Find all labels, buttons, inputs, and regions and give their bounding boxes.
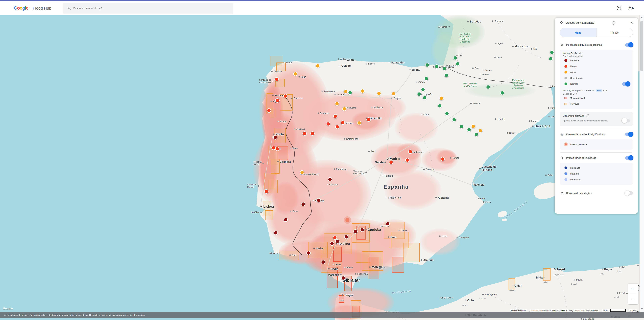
cobertura-info-icon[interactable]: i (586, 114, 589, 117)
panel-info-icon[interactable]: i (612, 21, 615, 25)
flood-gauge-marker-perigo[interactable] (274, 77, 279, 82)
eventos-toggle[interactable] (625, 133, 633, 136)
flood-gauge-marker-extrema[interactable] (360, 228, 364, 232)
probabilidade-toggle[interactable] (625, 156, 633, 160)
flood-gauge-marker-perigo[interactable] (302, 131, 307, 136)
flood-gauge-marker-perigo[interactable] (326, 122, 330, 126)
flood-gauge-marker-normal[interactable] (438, 104, 442, 108)
flood-gauge-marker-normal[interactable] (452, 118, 456, 122)
flood-gauge-marker-perigo[interactable] (440, 157, 445, 161)
flood-gauge-marker-aviso[interactable] (342, 107, 346, 111)
flood-gauge-marker-perigo[interactable] (405, 158, 410, 162)
flood-gauge-marker-aviso[interactable] (478, 129, 482, 133)
flood-gauge-marker-perigo[interactable] (267, 108, 271, 113)
normal-toggle[interactable] (622, 82, 630, 86)
flood-gauge-marker-aviso[interactable] (392, 92, 396, 96)
flood-gauge-marker-perigo[interactable] (283, 94, 288, 98)
tab-mapa[interactable]: Mapa (560, 28, 596, 37)
urban-info-icon[interactable]: i (604, 89, 606, 92)
help-icon[interactable]: ? (617, 6, 621, 10)
flood-gauge-marker-extrema[interactable] (353, 229, 358, 234)
flood-gauge-marker-normal[interactable] (422, 96, 427, 100)
flood-gauge-marker-normal[interactable] (550, 50, 554, 55)
flood-gauge-marker-aviso[interactable] (293, 72, 298, 76)
flood-gauge-marker-normal[interactable] (434, 64, 439, 69)
flood-gauge-marker-extrema[interactable] (321, 260, 325, 264)
flood-gauge-marker-perigo[interactable] (389, 160, 393, 164)
flood-gauge-marker-normal[interactable] (460, 124, 464, 129)
scrollbar-down-arrow[interactable] (641, 308, 643, 309)
flood-gauge-marker-normal[interactable] (500, 91, 504, 95)
flood-gauge-marker-perigo[interactable] (340, 120, 345, 125)
flood-gauge-marker-normal[interactable] (424, 76, 428, 81)
flood-gauge-marker-perigo[interactable] (264, 189, 268, 194)
flood-gauge-marker-extrema[interactable] (341, 276, 346, 280)
tab-hibrido[interactable]: Híbrido (596, 28, 633, 37)
flood-gauge-marker-extrema[interactable] (301, 202, 305, 206)
urban-flash-flood-zone[interactable] (403, 243, 420, 262)
flood-gauge-marker-perigo[interactable] (333, 235, 337, 240)
flood-gauge-marker-normal[interactable] (453, 56, 457, 60)
flood-gauge-marker-normal[interactable] (467, 128, 471, 132)
search-input[interactable] (73, 7, 222, 10)
flood-gauge-marker-normal[interactable] (442, 66, 446, 71)
flood-gauge-marker-extrema[interactable] (330, 241, 334, 246)
flood-gauge-marker-aviso[interactable] (344, 89, 348, 94)
flood-gauge-marker-perigo[interactable] (275, 98, 280, 103)
flood-gauge-marker-extrema[interactable] (306, 251, 311, 255)
flood-gauge-marker-perigo[interactable] (335, 125, 340, 129)
flood-gauge-marker-normal[interactable] (444, 73, 449, 78)
flood-gauge-marker-normal[interactable] (548, 57, 553, 61)
flood-gauge-marker-perigo[interactable] (366, 117, 371, 122)
flood-gauge-marker-aviso[interactable] (357, 121, 361, 125)
urban-flash-flood-zone[interactable] (265, 210, 273, 220)
flood-gauge-marker-aviso[interactable] (360, 89, 365, 93)
page-scrollbar[interactable] (640, 15, 644, 312)
flood-gauge-marker-extrema[interactable] (344, 235, 348, 239)
flood-gauge-marker-normal[interactable] (474, 132, 478, 137)
scrollbar-up-arrow[interactable] (641, 17, 643, 18)
brand[interactable]: Google Flood Hub (14, 6, 51, 11)
flood-gauge-marker-normal[interactable] (417, 92, 421, 96)
flood-gauge-marker-aviso[interactable] (439, 96, 444, 100)
floods-master-toggle[interactable] (625, 43, 633, 47)
cobertura-toggle[interactable] (622, 119, 630, 122)
urban-flash-flood-zone[interactable] (392, 257, 404, 273)
flood-gauge-marker-normal[interactable] (486, 85, 490, 89)
flood-gauge-marker-perigo[interactable] (275, 147, 280, 151)
urban-flash-flood-zone[interactable] (333, 247, 342, 262)
flood-gauge-marker-evento[interactable] (346, 218, 350, 222)
flood-gauge-marker-aviso[interactable] (335, 102, 339, 106)
flood-gauge-marker-normal[interactable] (348, 91, 352, 95)
map-canvas[interactable]: FerrolCarballoSantiago de CompostelaLugo… (0, 15, 644, 320)
flood-gauge-marker-normal[interactable] (456, 62, 460, 66)
flood-gauge-marker-extrema[interactable] (284, 217, 288, 222)
translate-icon[interactable]: 文A (628, 6, 634, 10)
search-box[interactable] (63, 3, 233, 14)
flood-gauge-marker-aviso[interactable] (316, 64, 320, 68)
historico-toggle[interactable] (625, 191, 633, 195)
flood-gauge-marker-aviso[interactable] (300, 170, 304, 175)
urban-flash-flood-zone[interactable] (308, 242, 328, 258)
flood-gauge-marker-perigo[interactable] (333, 114, 338, 118)
flood-gauge-marker-extrema[interactable] (386, 222, 390, 226)
panel-close-icon[interactable]: ✕ (630, 21, 633, 25)
flood-gauge-marker-normal[interactable] (425, 63, 429, 67)
flood-gauge-marker-extrema[interactable] (274, 231, 278, 235)
scrollbar-thumb[interactable] (640, 21, 643, 71)
flood-gauge-marker-extrema[interactable] (316, 198, 321, 202)
flood-gauge-marker-extrema[interactable] (273, 135, 278, 140)
flood-gauge-marker-aviso[interactable] (471, 124, 476, 129)
zoom-out-button[interactable]: − (628, 294, 638, 304)
flood-gauge-marker-aviso[interactable] (377, 91, 381, 96)
flood-gauge-marker-perigo[interactable] (408, 150, 412, 154)
flood-gauge-marker-normal[interactable] (421, 87, 425, 92)
zoom-in-button[interactable]: + (628, 283, 638, 294)
terms-link[interactable]: Termos (629, 309, 637, 312)
flood-gauge-marker-extrema[interactable] (328, 177, 332, 182)
flood-gauge-marker-perigo[interactable] (310, 131, 315, 136)
urban-flash-flood-zone[interactable] (268, 180, 278, 193)
flood-gauge-marker-normal[interactable] (445, 111, 449, 116)
keyboard-shortcuts-link[interactable]: Atalhos de teclado (510, 309, 527, 312)
flood-gauge-marker-extrema[interactable] (335, 239, 340, 244)
